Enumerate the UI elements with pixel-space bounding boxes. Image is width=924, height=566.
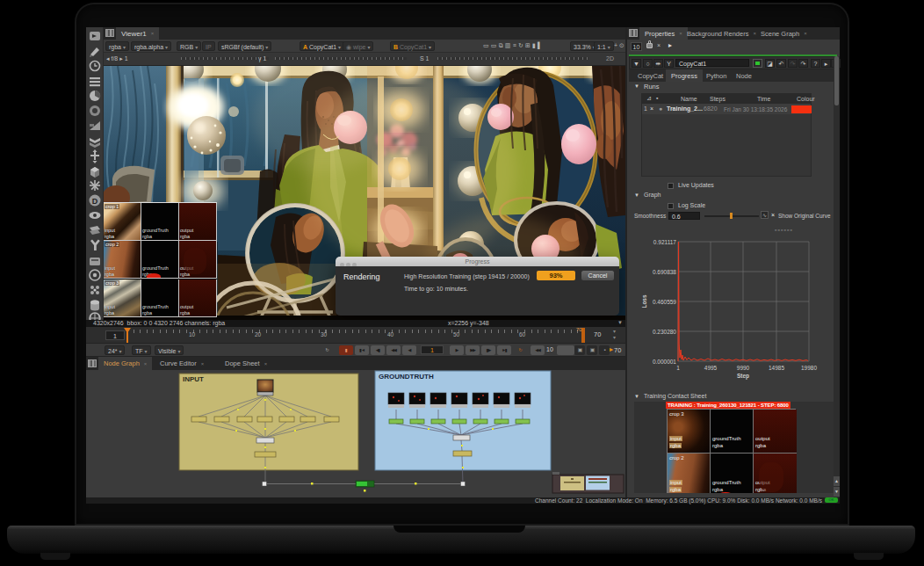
svg-text:1: 1	[676, 365, 680, 371]
svg-text:D: D	[92, 197, 98, 206]
svg-text:INPUT: INPUT	[183, 375, 204, 383]
svg-text:0.460559: 0.460559	[653, 299, 676, 305]
svg-text:9990: 9990	[737, 365, 750, 371]
svg-text:0.000001: 0.000001	[653, 359, 676, 365]
svg-text:0.921117: 0.921117	[653, 239, 677, 245]
svg-text:Step: Step	[737, 373, 749, 380]
svg-text:0.690838: 0.690838	[653, 269, 676, 275]
svg-text:19980: 19980	[801, 365, 817, 371]
svg-text:Loss: Loss	[641, 294, 647, 308]
svg-text:4995: 4995	[704, 365, 718, 371]
svg-text:0.230280: 0.230280	[653, 329, 676, 335]
svg-text:14985: 14985	[769, 365, 784, 371]
svg-text:GROUNDTRUTH: GROUNDTRUTH	[379, 373, 434, 381]
